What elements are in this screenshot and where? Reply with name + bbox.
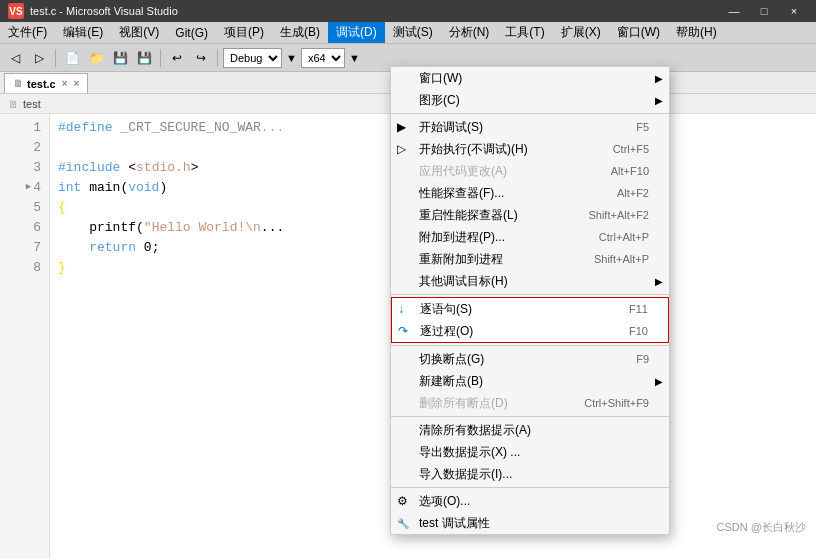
menu-options[interactable]: ⚙ 选项(O)... [391, 490, 669, 512]
menu-apply-code: 应用代码更改(A) Alt+F10 [391, 160, 669, 182]
toolbar-open[interactable]: 📁 [85, 47, 107, 69]
menu-item-label: 性能探查器(F)... [419, 185, 504, 202]
menu-bar: 文件(F) 编辑(E) 视图(V) Git(G) 项目(P) 生成(B) 调试(… [0, 22, 816, 44]
menu-start-nodebug[interactable]: ▷ 开始执行(不调试)(H) Ctrl+F5 [391, 138, 669, 160]
menu-window[interactable]: 窗口(W) [609, 22, 668, 43]
toolbar-back[interactable]: ◁ [4, 47, 26, 69]
menu-item-label: 附加到进程(P)... [419, 229, 505, 246]
line-numbers: 1 2 3 ▶4 5 6 7 8 [0, 114, 50, 559]
menu-import-data-tips[interactable]: 导入数据提示(I)... [391, 463, 669, 485]
menu-toggle-breakpoint[interactable]: 切换断点(G) F9 [391, 348, 669, 370]
separator-2 [160, 49, 161, 67]
toolbar-save[interactable]: 💾 [109, 47, 131, 69]
menu-step-over[interactable]: ↷ 逐过程(O) F10 [392, 320, 668, 342]
ln-4: ▶4 [0, 178, 49, 198]
menu-view[interactable]: 视图(V) [111, 22, 167, 43]
start-debug-icon: ▶ [397, 120, 406, 134]
separator-3 [217, 49, 218, 67]
separator-1 [55, 49, 56, 67]
menu-test[interactable]: 测试(S) [385, 22, 441, 43]
minimize-button[interactable]: — [720, 2, 748, 20]
menu-project[interactable]: 项目(P) [216, 22, 272, 43]
window-controls: — □ × [720, 2, 808, 20]
menu-restart-profiler[interactable]: 重启性能探查器(L) Shift+Alt+F2 [391, 204, 669, 226]
toolbar-forward[interactable]: ▷ [28, 47, 50, 69]
toolbar-undo[interactable]: ↩ [166, 47, 188, 69]
menu-git[interactable]: Git(G) [167, 22, 216, 43]
menu-extensions[interactable]: 扩展(X) [553, 22, 609, 43]
menu-item-label: 窗口(W) [419, 70, 462, 87]
watermark: CSDN @长白秋沙 [717, 520, 806, 535]
menu-item-label: 应用代码更改(A) [419, 163, 507, 180]
shortcut-label: Ctrl+Alt+P [599, 231, 649, 243]
close-button[interactable]: × [780, 2, 808, 20]
platform-select[interactable]: x64 [301, 48, 345, 68]
properties-icon: 🔧 [397, 518, 409, 529]
menu-item-label: 开始执行(不调试)(H) [419, 141, 528, 158]
menu-edit[interactable]: 编辑(E) [55, 22, 111, 43]
menu-item-label: 重启性能探查器(L) [419, 207, 518, 224]
menu-item-label: 重新附加到进程 [419, 251, 503, 268]
tab-label: test.c [27, 78, 56, 90]
menu-export-data-tips[interactable]: 导出数据提示(X) ... [391, 441, 669, 463]
toolbar-new[interactable]: 📄 [61, 47, 83, 69]
shortcut-label: Shift+Alt+F2 [588, 209, 649, 221]
debug-menu[interactable]: ▶ 窗口(W) ▶ 图形(C) ▶ 开始调试(S) F5 ▷ 开始执行(不调试)… [390, 66, 670, 535]
ln-2: 2 [0, 138, 49, 158]
separator [391, 294, 669, 295]
submenu-arrow-icon: ▶ [655, 73, 663, 84]
title-bar: VS test.c - Microsoft Visual Studio — □ … [0, 0, 816, 22]
menu-item-label: 导入数据提示(I)... [419, 466, 512, 483]
toolbar-redo[interactable]: ↪ [190, 47, 212, 69]
menu-attach-process[interactable]: 附加到进程(P)... Ctrl+Alt+P [391, 226, 669, 248]
maximize-button[interactable]: □ [750, 2, 778, 20]
shortcut-label: F5 [636, 121, 649, 133]
ln-7: 7 [0, 238, 49, 258]
menu-reattach-process[interactable]: 重新附加到进程 Shift+Alt+P [391, 248, 669, 270]
menu-debug-properties[interactable]: 🔧 test 调试属性 [391, 512, 669, 534]
ln-1: 1 [0, 118, 49, 138]
title-bar-title: test.c - Microsoft Visual Studio [30, 5, 720, 17]
menu-item-label: 清除所有数据提示(A) [419, 422, 531, 439]
start-nodebug-icon: ▷ [397, 142, 406, 156]
ln-6: 6 [0, 218, 49, 238]
menu-debug[interactable]: 调试(D) [328, 22, 385, 43]
menu-item-label: 选项(O)... [419, 493, 470, 510]
menu-item-label: 图形(C) [419, 92, 460, 109]
menu-file[interactable]: 文件(F) [0, 22, 55, 43]
menu-start-debug[interactable]: ▶ 开始调试(S) F5 [391, 116, 669, 138]
breadcrumb: test [23, 98, 41, 110]
menu-help[interactable]: 帮助(H) [668, 22, 725, 43]
shortcut-label: F9 [636, 353, 649, 365]
shortcut-label: F10 [629, 325, 648, 337]
menu-other-debug-targets[interactable]: ▶ 其他调试目标(H) [391, 270, 669, 292]
step-over-icon: ↷ [398, 324, 408, 338]
menu-step-into[interactable]: ↓ 逐语句(S) F11 [392, 298, 668, 320]
menu-analyze[interactable]: 分析(N) [441, 22, 498, 43]
menu-item-label: 其他调试目标(H) [419, 273, 508, 290]
options-icon: ⚙ [397, 494, 408, 508]
menu-build[interactable]: 生成(B) [272, 22, 328, 43]
step-into-icon: ↓ [398, 302, 404, 316]
separator [391, 345, 669, 346]
menu-tools[interactable]: 工具(T) [497, 22, 552, 43]
menu-item-label: 切换断点(G) [419, 351, 484, 368]
menu-graphics-submenu[interactable]: ▶ 图形(C) [391, 89, 669, 111]
shortcut-label: Alt+F2 [617, 187, 649, 199]
menu-new-breakpoint[interactable]: ▶ 新建断点(B) [391, 370, 669, 392]
ln-8: 8 [0, 258, 49, 278]
menu-clear-data-tips[interactable]: 清除所有数据提示(A) [391, 419, 669, 441]
menu-item-label: 开始调试(S) [419, 119, 483, 136]
shortcut-label: Ctrl+Shift+F9 [584, 397, 649, 409]
toolbar-saveall[interactable]: 💾 [133, 47, 155, 69]
debug-config-select[interactable]: Debug [223, 48, 282, 68]
app-icon: VS [8, 3, 24, 19]
menu-item-label: 导出数据提示(X) ... [419, 444, 520, 461]
menu-item-label: 新建断点(B) [419, 373, 483, 390]
menu-window-submenu[interactable]: ▶ 窗口(W) [391, 67, 669, 89]
menu-item-label: test 调试属性 [419, 515, 490, 532]
tab-test-c[interactable]: 🗎 test.c × × [4, 73, 88, 93]
ln-5: 5 [0, 198, 49, 218]
menu-perf-profiler[interactable]: 性能探查器(F)... Alt+F2 [391, 182, 669, 204]
shortcut-label: Shift+Alt+P [594, 253, 649, 265]
